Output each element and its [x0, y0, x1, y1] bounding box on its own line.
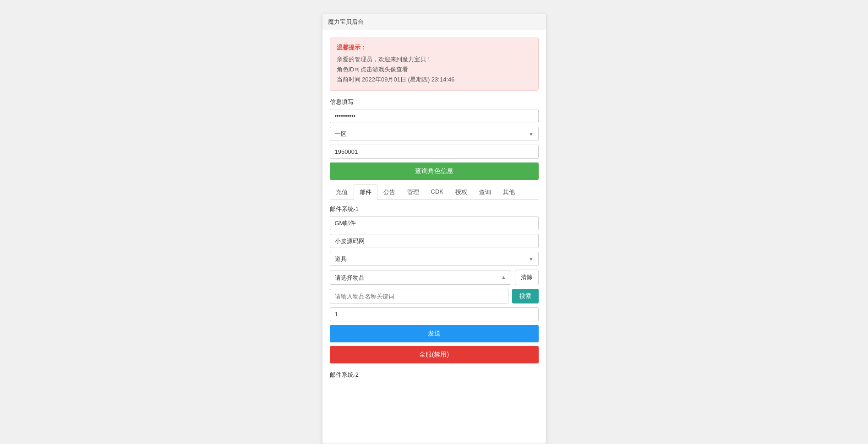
- mail-section2-label: 邮件系统-2: [330, 371, 539, 379]
- type-select[interactable]: 道具 装备 其他: [330, 252, 539, 266]
- tab-mail[interactable]: 邮件: [354, 184, 377, 200]
- tab-bar: 充值 邮件 公告 管理 CDK 授权 查询 其他: [330, 184, 539, 200]
- window-content: 温馨提示： 亲爱的管理员，欢迎来到魔力宝贝！ 角色ID可点击游戏头像查看 当前时…: [322, 30, 546, 389]
- server-select-wrapper: 一区 二区 三区 ▼: [330, 127, 539, 141]
- password-input[interactable]: [330, 109, 539, 123]
- search-input[interactable]: [330, 289, 508, 303]
- clear-button[interactable]: 清除: [515, 270, 539, 285]
- window-title: 魔力宝贝后台: [328, 18, 364, 25]
- item-select[interactable]: 请选择物品: [330, 271, 511, 285]
- mail-section1-label: 邮件系统-1: [330, 205, 539, 213]
- search-row: 搜索: [330, 289, 539, 303]
- window-titlebar: 魔力宝贝后台: [322, 14, 546, 30]
- quantity-input[interactable]: [330, 307, 539, 321]
- tab-recharge[interactable]: 充值: [330, 184, 354, 200]
- tab-announcement[interactable]: 公告: [377, 184, 401, 200]
- alert-box: 温馨提示： 亲爱的管理员，欢迎来到魔力宝贝！ 角色ID可点击游戏头像查看 当前时…: [330, 38, 539, 91]
- tab-other[interactable]: 其他: [497, 184, 521, 200]
- server-select[interactable]: 一区 二区 三区: [330, 127, 539, 141]
- form-section-label: 信息填写: [330, 98, 539, 106]
- all-server-button[interactable]: 全服(禁用): [330, 346, 539, 363]
- alert-line2: 角色ID可点击游戏头像查看: [337, 65, 532, 75]
- tab-query[interactable]: 查询: [473, 184, 497, 200]
- tab-management[interactable]: 管理: [401, 184, 425, 200]
- alert-line3: 当前时间 2022年09月01日 (星期四) 23:14:46: [337, 75, 532, 85]
- query-button[interactable]: 查询角色信息: [330, 162, 539, 180]
- item-select-wrapper: 请选择物品 ▲: [330, 271, 511, 285]
- gm-mail-input[interactable]: [330, 216, 539, 230]
- source-input[interactable]: [330, 234, 539, 248]
- player-id-input[interactable]: [330, 145, 539, 159]
- alert-body: 亲爱的管理员，欢迎来到魔力宝贝！ 角色ID可点击游戏头像查看 当前时间 2022…: [337, 54, 532, 85]
- search-button[interactable]: 搜索: [512, 289, 539, 303]
- alert-line1: 亲爱的管理员，欢迎来到魔力宝贝！: [337, 54, 532, 65]
- alert-title: 温馨提示：: [337, 43, 532, 52]
- tab-cdk[interactable]: CDK: [425, 184, 449, 200]
- main-window: 魔力宝贝后台 温馨提示： 亲爱的管理员，欢迎来到魔力宝贝！ 角色ID可点击游戏头…: [322, 14, 546, 444]
- tab-auth[interactable]: 授权: [449, 184, 473, 200]
- type-select-wrapper: 道具 装备 其他 ▼: [330, 252, 539, 266]
- item-select-row: 请选择物品 ▲ 清除: [330, 270, 539, 285]
- send-button[interactable]: 发送: [330, 325, 539, 342]
